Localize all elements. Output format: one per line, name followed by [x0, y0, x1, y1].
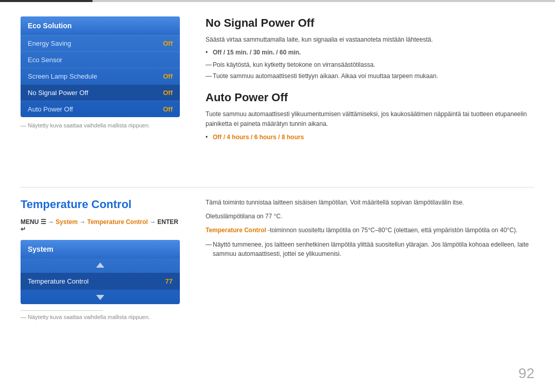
no-signal-dash2: — Tuote sammuu automaattisesti tiettyyn … — [206, 71, 534, 81]
top-border-accent — [0, 0, 92, 2]
temp-control-inline: Temperature Control — [206, 227, 266, 234]
system-label: System — [55, 218, 78, 226]
eco-solution-menu: Eco Solution Energy Saving Off Eco Senso… — [21, 16, 180, 117]
menu-item-label: No Signal Power Off — [28, 89, 88, 97]
menu-item-label: Auto Power Off — [28, 105, 73, 113]
menu-item-label: Screen Lamp Schedule — [28, 72, 97, 80]
auto-power-bullet: • Off / 4 hours / 6 hours / 8 hours — [213, 134, 534, 141]
temp-dash1: — Näyttö tummenee, jos laitteen senhetki… — [206, 240, 534, 258]
system-item-temp-control[interactable]: Temperature Control 77 — [21, 273, 180, 290]
system-item-value: 77 — [165, 277, 173, 285]
temp-control-label: Temperature Control — [87, 218, 148, 226]
eco-note: ― Näytetty kuva saattaa vaihdella mallis… — [21, 122, 180, 128]
temp-body3-suffix: -toiminnon suositeltu lämpötila on 75°C–… — [268, 227, 517, 234]
menu-arrow3: → — [150, 218, 157, 226]
menu-icon: ☰ — [41, 218, 46, 226]
no-signal-dash1: — Pois käytöstä, kun kytketty tietokone … — [206, 60, 534, 69]
eco-solution-header: Eco Solution — [21, 16, 180, 35]
no-signal-bullet: • Off / 15 min. / 30 min. / 60 min. — [213, 49, 534, 56]
system-arrow-down[interactable] — [21, 291, 180, 304]
no-signal-title: No Signal Power Off — [206, 16, 534, 30]
bottom-note: ― Näytetty kuva saattaa vaihdella mallis… — [21, 314, 180, 320]
menu-item-energy-saving[interactable]: Energy Saving Off — [21, 35, 180, 51]
menu-arrow1: → — [48, 218, 55, 226]
no-signal-section: No Signal Power Off Säästä virtaa sammut… — [206, 16, 534, 81]
menu-item-screen-lamp[interactable]: Screen Lamp Schedule Off — [21, 68, 180, 84]
menu-item-label: Energy Saving — [28, 40, 71, 47]
temp-body2: Oletuslämpötilana on 77 °C. — [206, 212, 534, 221]
menu-item-value: Off — [163, 105, 173, 113]
auto-power-body: Tuote sammuu automaattisesti ylikuumentu… — [206, 109, 534, 129]
system-header: System — [21, 240, 180, 258]
system-item-label: Temperature Control — [28, 277, 89, 285]
menu-item-no-signal[interactable]: No Signal Power Off Off — [21, 84, 180, 101]
menu-item-eco-sensor[interactable]: Eco Sensor — [21, 51, 180, 68]
menu-item-value: Off — [163, 72, 173, 80]
menu-bold: MENU — [21, 218, 41, 226]
menu-arrow2: → — [79, 218, 87, 226]
auto-power-section: Auto Power Off Tuote sammuu automaattise… — [206, 91, 534, 140]
system-arrow-up[interactable] — [21, 258, 180, 272]
menu-item-value: Off — [163, 40, 173, 47]
menu-nav: MENU ☰ → System → Temperature Control → … — [21, 218, 180, 233]
bottom-note-divider — [21, 310, 103, 311]
no-signal-body: Säästä virtaa sammuttamalla laite, kun s… — [206, 35, 534, 45]
menu-item-auto-power[interactable]: Auto Power Off Off — [21, 101, 180, 117]
auto-power-title: Auto Power Off — [206, 91, 534, 104]
system-menu: System Temperature Control 77 — [21, 240, 180, 304]
temp-body3: Temperature Control -toiminnon suositelt… — [206, 226, 534, 235]
menu-item-value: Off — [163, 89, 173, 97]
menu-item-label: Eco Sensor — [28, 56, 62, 64]
temp-section-title: Temperature Control — [21, 198, 180, 211]
page-number: 92 — [519, 365, 534, 382]
temp-body1: Tämä toiminto tunnistaa laitteen sisäise… — [206, 198, 534, 208]
